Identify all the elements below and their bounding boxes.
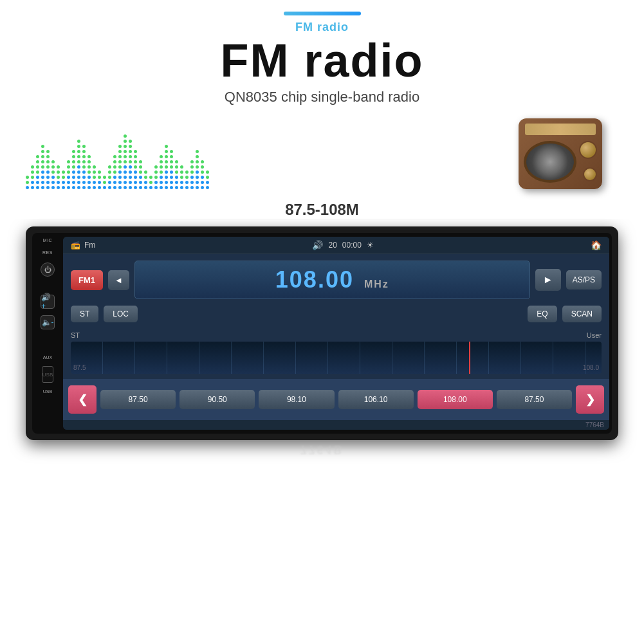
mic-label: MIC: [43, 238, 52, 243]
presets-row: ❮ 87.5090.5098.10106.10108.0087.50 ❯: [63, 379, 609, 420]
preset-station-button[interactable]: 87.50: [100, 390, 176, 409]
top-section: FM radio FM radio QN8035 chip single-ban…: [0, 0, 644, 219]
tuner-labels: ST User: [71, 331, 602, 339]
frequency-unit: MHz: [364, 279, 389, 290]
time-display: 00:00: [342, 241, 362, 250]
tuner-label-right: User: [587, 331, 602, 339]
prev-button[interactable]: ◄: [108, 270, 129, 290]
device-section: MIC RES ⏻ 🔊+ 🔈- AUX USB USB: [26, 226, 618, 440]
frequency-display: 108.00 MHz: [134, 261, 530, 299]
device-inner: MIC RES ⏻ 🔊+ 🔈- AUX USB USB: [32, 233, 612, 434]
st-button[interactable]: ST: [71, 306, 98, 322]
preset-station-button[interactable]: 98.10: [259, 390, 334, 409]
radio-knob-top: [579, 141, 597, 159]
waveform-column: [118, 145, 122, 189]
waveform-column: [206, 170, 209, 189]
subtitle: QN8035 chip single-band radio: [0, 89, 644, 106]
waveform-column: [149, 176, 152, 189]
play-icon: ►: [543, 274, 553, 286]
preset-prev-button[interactable]: ❮: [68, 385, 97, 414]
freq-start: 87.5: [73, 364, 86, 371]
eq-button[interactable]: EQ: [528, 306, 557, 322]
preset-next-button[interactable]: ❯: [576, 385, 604, 414]
power-button[interactable]: ⏻: [41, 262, 55, 277]
tuner-bar[interactable]: 87.5 108.0: [71, 342, 602, 374]
status-left: 📻 Fm: [71, 241, 95, 250]
fm-label-small: FM radio: [0, 21, 644, 34]
waveform-column: [82, 145, 86, 189]
preset-station-button[interactable]: 106.10: [338, 390, 414, 409]
power-icon: ⏻: [44, 266, 51, 273]
waveform-column: [180, 165, 183, 189]
res-label: RES: [42, 250, 53, 255]
speaker-icon: 🔊: [312, 240, 323, 250]
freq-end: 108.0: [583, 364, 599, 371]
tuner-grid: [71, 342, 602, 374]
waveform-column: [87, 155, 91, 189]
waveform-column: [160, 155, 163, 189]
aux-label: AUX: [43, 355, 52, 360]
waveform-column: [67, 160, 70, 189]
fm-title-large: FM radio: [0, 35, 644, 86]
tuner-label-left: ST: [71, 331, 80, 339]
waveform-column: [108, 165, 111, 189]
waveform-column: [93, 165, 96, 189]
waveform-area: [26, 112, 618, 196]
preset-station-button[interactable]: 108.00: [418, 390, 493, 409]
loc-button[interactable]: LOC: [104, 306, 138, 322]
waveform-column: [113, 155, 116, 189]
waveform-column: [103, 176, 106, 189]
preset-buttons-container: 87.5090.5098.10106.10108.0087.50: [100, 390, 572, 409]
usb-port[interactable]: USB: [42, 366, 53, 383]
waveform-column: [165, 145, 168, 189]
waveform-column: [175, 160, 178, 189]
reflection-text: 7764B: [0, 440, 644, 461]
waveform-column: [62, 170, 65, 189]
freq-range-label: 87.5-108M: [0, 201, 644, 219]
waveform-column: [77, 140, 80, 189]
asps-button[interactable]: AS/PS: [566, 270, 602, 290]
waveform-column: [129, 140, 132, 189]
preset-station-button[interactable]: 87.50: [497, 390, 572, 409]
status-bar: 📻 Fm 🔊 20 00:00 ☀ 🏠: [63, 237, 609, 254]
preset-next-icon: ❯: [585, 392, 595, 407]
radio-image: [515, 112, 605, 196]
tuner-indicator: [469, 342, 470, 374]
fm-band-button[interactable]: FM1: [71, 270, 103, 290]
tuner-area: ST User 87.5 108.0: [63, 329, 609, 379]
brightness-icon: ☀: [367, 241, 374, 250]
waveform-column: [51, 160, 55, 189]
home-icon[interactable]: 🏠: [591, 240, 602, 250]
waveform-column: [72, 150, 75, 189]
status-right: 🏠: [591, 240, 602, 250]
blue-bar-decoration: [284, 12, 361, 15]
radio-body: [519, 118, 602, 189]
radio-strip: [525, 124, 596, 135]
vol-down-button[interactable]: 🔈-: [41, 315, 55, 329]
usb-label: USB: [43, 389, 52, 394]
waveform-column: [144, 170, 147, 189]
radio-speaker: [524, 141, 576, 183]
screen: 📻 Fm 🔊 20 00:00 ☀ 🏠 FM1 ◄: [63, 237, 609, 430]
vol-down-icon: 🔈-: [42, 318, 54, 327]
radio-controls: FM1 ◄ 108.00 MHz ► AS/PS: [63, 254, 609, 306]
secondary-buttons: ST LOC EQ SCAN: [63, 306, 609, 329]
scan-button[interactable]: SCAN: [562, 306, 602, 322]
preset-prev-icon: ❮: [78, 392, 87, 407]
source-label: Fm: [84, 241, 95, 250]
prev-icon: ◄: [115, 275, 123, 285]
waveform-column: [57, 165, 60, 189]
frequency-value: 108.00: [275, 266, 354, 293]
waveform-column: [170, 150, 173, 189]
waveform-column: [134, 150, 137, 189]
model-label: 7764B: [63, 420, 609, 430]
waveform-column: [139, 160, 142, 189]
radio-knob-bottom: [583, 167, 597, 181]
preset-station-button[interactable]: 90.50: [179, 390, 255, 409]
play-button[interactable]: ►: [535, 269, 561, 291]
waveform-column: [124, 134, 127, 189]
waveform-column: [196, 150, 199, 189]
waveform-column: [36, 155, 39, 189]
vol-up-button[interactable]: 🔊+: [41, 295, 55, 309]
waveform-column: [26, 176, 29, 189]
